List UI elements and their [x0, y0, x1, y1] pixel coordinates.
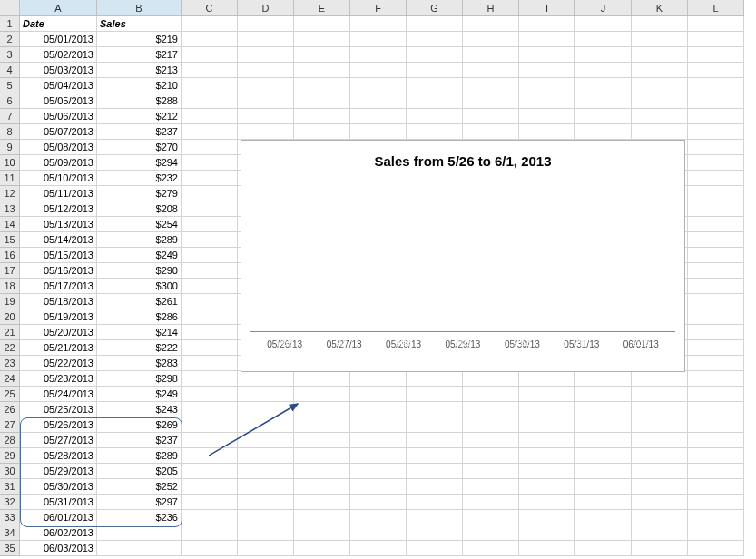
cell-B11[interactable]: $232 — [97, 171, 182, 186]
cell-C6[interactable] — [182, 93, 238, 109]
cell-A19[interactable]: 05/18/2013 — [20, 294, 97, 309]
cell-B2[interactable]: $219 — [97, 32, 182, 47]
cell-G6[interactable] — [407, 93, 463, 109]
cell-L30[interactable] — [688, 464, 744, 479]
cell-A6[interactable]: 05/05/2013 — [20, 93, 97, 109]
cell-F24[interactable] — [350, 371, 407, 387]
cell-J35[interactable] — [575, 541, 632, 556]
row-header-14[interactable]: 14 — [0, 217, 20, 232]
cell-B28[interactable]: $237 — [97, 433, 182, 448]
cell-G2[interactable] — [407, 32, 463, 47]
cell-F5[interactable] — [350, 78, 407, 93]
cell-D30[interactable] — [238, 464, 294, 479]
cell-E7[interactable] — [294, 109, 350, 124]
cell-B26[interactable]: $243 — [97, 402, 182, 417]
cell-E29[interactable] — [294, 448, 350, 464]
cell-J7[interactable] — [575, 109, 632, 124]
cell-C18[interactable] — [182, 279, 238, 294]
cell-A14[interactable]: 05/13/2013 — [20, 217, 97, 232]
cell-C25[interactable] — [182, 387, 238, 402]
cell-A7[interactable]: 05/06/2013 — [20, 109, 97, 124]
cell-J3[interactable] — [575, 47, 632, 63]
cell-B6[interactable]: $288 — [97, 93, 182, 109]
cell-C2[interactable] — [182, 32, 238, 47]
cell-E8[interactable] — [294, 124, 350, 140]
cell-A1[interactable]: Date — [20, 16, 97, 32]
cell-A24[interactable]: 05/23/2013 — [20, 371, 97, 387]
cell-B14[interactable]: $254 — [97, 217, 182, 232]
cell-K31[interactable] — [632, 479, 688, 495]
cell-F8[interactable] — [350, 124, 407, 140]
cell-H3[interactable] — [463, 47, 519, 63]
cell-F25[interactable] — [350, 387, 407, 402]
cell-B17[interactable]: $290 — [97, 263, 182, 279]
cell-E33[interactable] — [294, 510, 350, 525]
cell-J34[interactable] — [575, 525, 632, 541]
cell-F26[interactable] — [350, 402, 407, 417]
cell-C13[interactable] — [182, 201, 238, 217]
cell-D1[interactable] — [238, 16, 294, 32]
cell-H25[interactable] — [463, 387, 519, 402]
row-header-26[interactable]: 26 — [0, 402, 20, 417]
cell-K30[interactable] — [632, 464, 688, 479]
cell-D25[interactable] — [238, 387, 294, 402]
cell-A21[interactable]: 05/20/2013 — [20, 325, 97, 340]
row-header-25[interactable]: 25 — [0, 387, 20, 402]
cell-H26[interactable] — [463, 402, 519, 417]
cell-C21[interactable] — [182, 325, 238, 340]
cell-C12[interactable] — [182, 186, 238, 201]
cell-K34[interactable] — [632, 525, 688, 541]
cell-C24[interactable] — [182, 371, 238, 387]
cell-H4[interactable] — [463, 63, 519, 78]
cell-I28[interactable] — [519, 433, 575, 448]
cell-C7[interactable] — [182, 109, 238, 124]
cell-B34[interactable] — [97, 525, 182, 541]
row-header-5[interactable]: 5 — [0, 78, 20, 93]
cell-D26[interactable] — [238, 402, 294, 417]
row-header-12[interactable]: 12 — [0, 186, 20, 201]
cell-A25[interactable]: 05/24/2013 — [20, 387, 97, 402]
cell-E31[interactable] — [294, 479, 350, 495]
cell-I8[interactable] — [519, 124, 575, 140]
cell-B35[interactable] — [97, 541, 182, 556]
row-header-9[interactable]: 9 — [0, 140, 20, 155]
cell-A31[interactable]: 05/30/2013 — [20, 479, 97, 495]
cell-D27[interactable] — [238, 417, 294, 433]
cell-I31[interactable] — [519, 479, 575, 495]
cell-G24[interactable] — [407, 371, 463, 387]
cell-L7[interactable] — [688, 109, 744, 124]
cell-A15[interactable]: 05/14/2013 — [20, 232, 97, 248]
cell-C19[interactable] — [182, 294, 238, 309]
cell-C23[interactable] — [182, 356, 238, 371]
cell-H30[interactable] — [463, 464, 519, 479]
col-header-D[interactable]: D — [238, 0, 294, 16]
cell-C14[interactable] — [182, 217, 238, 232]
cell-A16[interactable]: 05/15/2013 — [20, 248, 97, 263]
row-header-16[interactable]: 16 — [0, 248, 20, 263]
cell-K7[interactable] — [632, 109, 688, 124]
row-header-22[interactable]: 22 — [0, 340, 20, 356]
cell-L18[interactable] — [688, 279, 744, 294]
cell-E26[interactable] — [294, 402, 350, 417]
cell-B10[interactable]: $294 — [97, 155, 182, 171]
cell-D4[interactable] — [238, 63, 294, 78]
cell-C9[interactable] — [182, 140, 238, 155]
cell-F34[interactable] — [350, 525, 407, 541]
row-header-4[interactable]: 4 — [0, 63, 20, 78]
cell-L10[interactable] — [688, 155, 744, 171]
cell-K24[interactable] — [632, 371, 688, 387]
cell-L20[interactable] — [688, 309, 744, 325]
cell-B13[interactable]: $208 — [97, 201, 182, 217]
cell-H35[interactable] — [463, 541, 519, 556]
cell-B22[interactable]: $222 — [97, 340, 182, 356]
cell-F32[interactable] — [350, 495, 407, 510]
cell-I32[interactable] — [519, 495, 575, 510]
row-header-19[interactable]: 19 — [0, 294, 20, 309]
cell-E24[interactable] — [294, 371, 350, 387]
cell-A30[interactable]: 05/29/2013 — [20, 464, 97, 479]
cell-C10[interactable] — [182, 155, 238, 171]
cell-G33[interactable] — [407, 510, 463, 525]
cell-G34[interactable] — [407, 525, 463, 541]
cell-K3[interactable] — [632, 47, 688, 63]
cell-K26[interactable] — [632, 402, 688, 417]
